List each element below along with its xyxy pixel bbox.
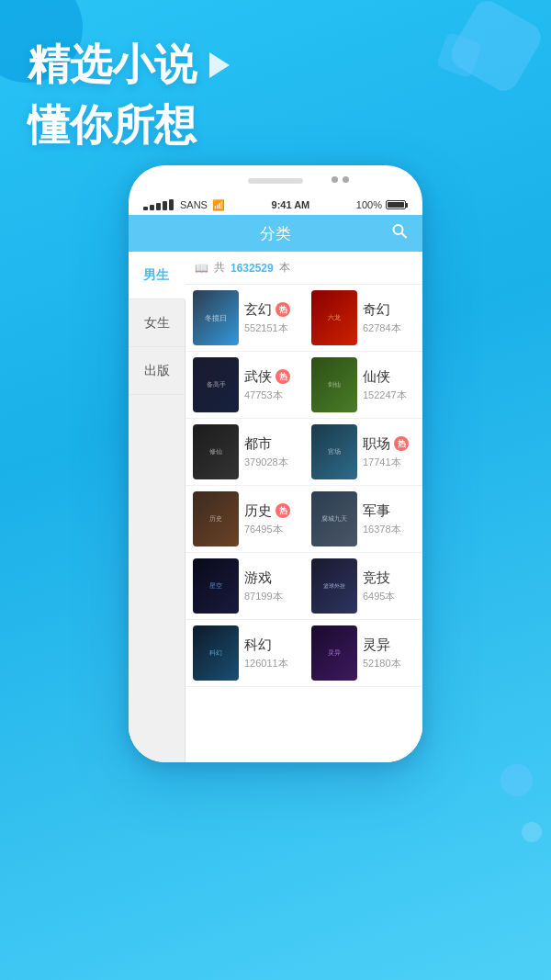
- cat-count-wuxia: 47753本: [244, 389, 297, 402]
- cat-count-youxi: 87199本: [244, 590, 297, 603]
- float-shape2: [522, 822, 542, 842]
- category-sidebar: 男生 女生 出版: [129, 252, 186, 762]
- cat-name-zhichang: 职场: [363, 435, 390, 453]
- sidebar-item-publish[interactable]: 出版: [129, 347, 185, 395]
- cover-lingyi: 灵异: [311, 625, 357, 681]
- category-item-xianxia[interactable]: 剑仙 仙侠 152247本: [304, 352, 422, 418]
- cat-count-lingyi: 52180本: [363, 657, 415, 670]
- category-item-xuanhuan[interactable]: 冬揽日 玄幻 热 552151本: [186, 285, 304, 351]
- cover-xuanhuan: 冬揽日: [193, 290, 239, 345]
- battery-percent: 100%: [356, 199, 382, 210]
- cat-count-dushi: 379028本: [244, 456, 297, 469]
- category-item-zhichang[interactable]: 官场 职场 热 17741本: [304, 419, 422, 485]
- category-item-lishi[interactable]: 历史 历史 热 76495本: [186, 486, 304, 552]
- category-main: 📖 共 1632529 本 冬揽日: [186, 252, 422, 762]
- category-row: 冬揽日 玄幻 热 552151本: [186, 285, 422, 352]
- category-row: 历史 历史 热 76495本: [186, 486, 422, 553]
- status-right: 100%: [356, 199, 408, 210]
- book-count: 1632529: [231, 262, 274, 275]
- cat-name-dushi: 都市: [244, 435, 272, 453]
- category-row: 星空 游戏 87199本 篮球外挂: [186, 553, 422, 620]
- hot-badge: 热: [276, 302, 290, 317]
- status-left: SANS 📶: [143, 199, 225, 211]
- hot-badge: 热: [276, 503, 290, 518]
- phone-dot: [343, 176, 349, 183]
- cat-name-xianxia: 仙侠: [363, 368, 390, 386]
- hot-badge: 热: [394, 436, 409, 451]
- hot-badge: 热: [276, 369, 290, 384]
- play-icon: [209, 52, 230, 78]
- nav-bar: 分类: [129, 215, 422, 252]
- svg-line-1: [402, 233, 407, 238]
- category-row: 备高手 武侠 热 47753本: [186, 352, 422, 419]
- cat-count-keji: 126011本: [244, 657, 297, 670]
- filter-bar: 📖 共 1632529 本: [186, 252, 422, 285]
- sidebar-item-female[interactable]: 女生: [129, 299, 185, 347]
- content-area: 男生 女生 出版 📖 共 1632529 本: [129, 252, 422, 762]
- cat-name-youxi: 游戏: [244, 569, 272, 587]
- cat-name-xuanhuan: 玄幻: [244, 301, 272, 319]
- phone-notch: [248, 178, 303, 184]
- cat-count-jingji: 6495本: [363, 590, 415, 603]
- filter-unit: 本: [279, 260, 290, 276]
- category-item-qihuan[interactable]: 六龙 奇幻 62784本: [304, 285, 422, 351]
- category-item-junshi[interactable]: 腐城九天 军事 16378本: [304, 486, 422, 552]
- cover-zhichang: 官场: [311, 424, 357, 479]
- cover-lishi: 历史: [193, 491, 239, 546]
- category-row: 科幻 科幻 126011本 灵异: [186, 620, 422, 687]
- status-time: 9:41 AM: [272, 199, 310, 210]
- cat-name-keji: 科幻: [244, 636, 272, 654]
- phone-dot: [332, 176, 338, 183]
- wifi-icon: 📶: [212, 199, 225, 211]
- cat-name-qihuan: 奇幻: [363, 301, 390, 319]
- cover-qihuan: 六龙: [311, 290, 357, 345]
- cat-name-jingji: 竞技: [363, 569, 390, 587]
- hero-title1: 精选小说: [28, 37, 230, 94]
- cover-wuxia: 备高手: [193, 357, 239, 412]
- cover-keji: 科幻: [193, 625, 239, 681]
- cat-name-lishi: 历史: [244, 502, 272, 520]
- category-item-lingyi[interactable]: 灵异 灵异 52180本: [304, 620, 422, 686]
- cat-count-lishi: 76495本: [244, 523, 297, 536]
- float-shape1: [500, 764, 533, 796]
- cover-xianxia: 剑仙: [311, 357, 357, 412]
- cat-count-junshi: 16378本: [363, 523, 415, 536]
- signal-icon: [143, 199, 174, 210]
- cover-youxi: 星空: [193, 558, 239, 614]
- category-item-dushi[interactable]: 修仙 都市 379028本: [186, 419, 304, 485]
- phone-dots: [332, 176, 349, 183]
- search-icon[interactable]: [391, 223, 408, 244]
- hero-section: 精选小说 懂你所想: [28, 37, 230, 154]
- cover-junshi: 腐城九天: [311, 491, 357, 546]
- category-item-wuxia[interactable]: 备高手 武侠 热 47753本: [186, 352, 304, 418]
- cat-count-qihuan: 62784本: [363, 321, 415, 335]
- nav-title: 分类: [260, 223, 291, 244]
- category-item-jingji[interactable]: 篮球外挂 竞技 6495本: [304, 553, 422, 619]
- cat-count-xianxia: 152247本: [363, 389, 415, 402]
- sidebar-item-male[interactable]: 男生: [129, 252, 186, 299]
- cat-count-xuanhuan: 552151本: [244, 321, 297, 335]
- phone-mockup: SANS 📶 9:41 AM 100% 分类: [129, 165, 422, 762]
- hero-title2: 懂你所想: [28, 97, 230, 154]
- book-icon: 📖: [195, 262, 208, 275]
- category-list: 冬揽日 玄幻 热 552151本: [186, 285, 422, 687]
- cat-count-zhichang: 17741本: [363, 456, 415, 469]
- category-item-keji[interactable]: 科幻 科幻 126011本: [186, 620, 304, 686]
- filter-label: 共: [214, 260, 225, 276]
- cat-name-junshi: 军事: [363, 502, 390, 520]
- cover-dushi: 修仙: [193, 424, 239, 479]
- category-row: 修仙 都市 379028本 官场: [186, 419, 422, 486]
- cover-jingji: 篮球外挂: [311, 558, 357, 614]
- battery-icon: [386, 200, 408, 209]
- category-item-youxi[interactable]: 星空 游戏 87199本: [186, 553, 304, 619]
- cat-name-wuxia: 武侠: [244, 368, 272, 386]
- carrier-name: SANS: [180, 199, 208, 210]
- status-bar: SANS 📶 9:41 AM 100%: [129, 195, 422, 215]
- cat-name-lingyi: 灵异: [363, 636, 390, 654]
